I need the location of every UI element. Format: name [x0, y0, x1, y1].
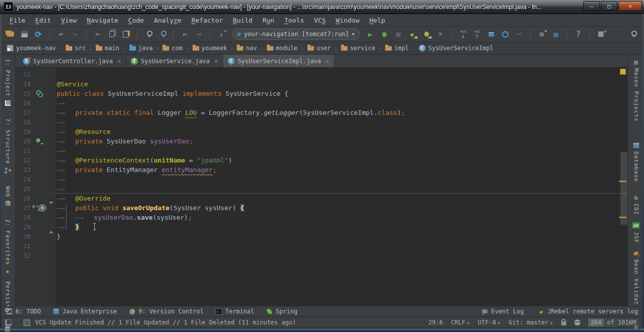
copy-icon[interactable] [105, 28, 118, 40]
vcs-branch-widget[interactable]: Git: master [509, 319, 553, 326]
tab-sysuserserviceimpl-java[interactable]: SysUserServiceImpl.java× [223, 55, 335, 67]
menu-help[interactable]: Help [365, 16, 390, 25]
toolwindow-button-terminal[interactable]: Terminal [216, 308, 254, 315]
rollback-icon[interactable] [513, 28, 526, 40]
vcs-commit-icon[interactable] [471, 28, 484, 40]
toolwindow-button-java-enterprise[interactable]: Java Enterprise [53, 308, 117, 315]
hot-swap-icon[interactable] [595, 28, 607, 40]
breadcrumb-nav[interactable]: nav [235, 45, 258, 52]
debug-icon[interactable] [378, 28, 391, 40]
save-all-icon[interactable] [18, 28, 31, 40]
line-number[interactable]: 13 [16, 71, 31, 78]
gray-flag-icon[interactable] [434, 28, 447, 40]
spring-autowired-icon[interactable] [36, 138, 43, 144]
close-icon[interactable]: × [117, 57, 121, 65]
line-number[interactable]: 22 [16, 157, 31, 164]
settings-icon[interactable] [536, 28, 548, 40]
breadcrumb-user[interactable]: user [306, 45, 333, 52]
breadcrumb-sysuserserviceimpl[interactable]: SysUserServiceImpl [417, 45, 495, 52]
line-number[interactable]: 31 [16, 243, 31, 250]
vcs-update-icon[interactable] [457, 28, 469, 40]
breadcrumb-java[interactable]: java [128, 45, 154, 52]
line-number[interactable]: 26 [16, 195, 31, 202]
stripe-button-ant[interactable]: Ant [632, 324, 639, 332]
line-number[interactable]: 18 [16, 119, 31, 126]
line-number[interactable]: 17 [16, 109, 31, 116]
breadcrumb-module[interactable]: module [265, 45, 299, 52]
warning-stripe-mark[interactable] [619, 181, 626, 182]
jrebel-debug-icon[interactable] [420, 28, 433, 40]
stripe-button-database[interactable]: Database [632, 142, 639, 182]
run-configuration-combo[interactable]: ⚙your-navigation [tomcat7:run]▼ [232, 29, 360, 40]
jrebel-run-icon[interactable] [406, 28, 419, 40]
breadcrumb-youmeek-nav[interactable]: youmeek-nav [5, 45, 57, 52]
menu-vcs[interactable]: VCS [309, 16, 330, 25]
line-number[interactable]: 30 [16, 233, 31, 240]
stripe-button-cdi[interactable]: CDI [632, 194, 639, 215]
fold-marker-icon[interactable] [49, 204, 53, 212]
back-icon[interactable] [179, 28, 191, 40]
caret-position[interactable]: 29:6 [428, 319, 443, 326]
stripe-button-7-structure[interactable]: 7: Structure [4, 118, 11, 174]
menu-view[interactable]: View [57, 16, 81, 25]
forward-icon[interactable] [193, 28, 205, 40]
line-number[interactable]: 14 [16, 81, 31, 88]
toolwindow-button-event-log[interactable]: Event Log [481, 308, 524, 315]
line-number[interactable]: 28 [16, 214, 31, 221]
menu-build[interactable]: Build [228, 16, 257, 25]
editor-scrollbar[interactable] [620, 152, 627, 225]
menu-edit[interactable]: Edit [31, 16, 55, 25]
breadcrumb-service[interactable]: service [340, 45, 377, 52]
coverage-icon[interactable] [392, 28, 405, 40]
menu-file[interactable]: File [5, 16, 30, 25]
memory-indicator[interactable]: 264 of 1016M [588, 318, 639, 326]
line-number[interactable]: 19 [16, 128, 31, 135]
redo-icon[interactable] [69, 28, 81, 40]
maximize-button[interactable]: □ [601, 1, 617, 11]
stripe-button-jsf[interactable]: JSF [632, 222, 639, 243]
fold-marker-icon[interactable] [49, 223, 53, 231]
help-icon[interactable] [572, 28, 585, 40]
stripe-button-maven-projects[interactable]: Maven Projects [632, 59, 639, 122]
close-icon[interactable]: × [214, 57, 218, 65]
jrebel-mark-icon[interactable] [39, 204, 46, 212]
encoding-widget[interactable]: UTF-8 [478, 319, 501, 326]
find-icon[interactable] [142, 28, 154, 40]
minimize-button[interactable]: – [583, 1, 600, 11]
line-number[interactable]: 20 [16, 138, 31, 145]
toolwindow-button-jrebel-remote-servers-log[interactable]: JRebel remote servers log [538, 308, 638, 315]
breadcrumb-impl[interactable]: impl [384, 45, 410, 52]
line-number[interactable]: 25 [16, 186, 31, 193]
stripe-button-1-project[interactable]: 1: Project [4, 59, 11, 106]
spring-bean-icon[interactable] [36, 90, 43, 97]
line-number[interactable]: 16 [16, 100, 31, 107]
run-icon[interactable] [364, 28, 377, 40]
paste-icon[interactable] [119, 28, 132, 40]
undo-icon[interactable] [55, 28, 67, 40]
breadcrumb-youmeek[interactable]: youmeek [191, 45, 229, 52]
tab-sysuserservice-java[interactable]: SysUserService.java× [126, 55, 223, 67]
line-number[interactable]: 21 [16, 147, 31, 154]
menu-code[interactable]: Code [124, 16, 148, 25]
cut-icon[interactable] [91, 28, 104, 40]
tab-sysusercontroller-java[interactable]: SysUserController.java× [19, 55, 126, 67]
binary-format-icon[interactable] [215, 28, 228, 40]
line-number[interactable]: 32 [16, 252, 31, 259]
line-number[interactable]: 23 [16, 167, 31, 174]
menu-window[interactable]: Window [332, 16, 364, 25]
toolwindow-button-9-version-control[interactable]: 9: Version Control [129, 308, 204, 315]
close-button[interactable]: × [618, 1, 642, 11]
toolwindow-toggle-icon[interactable] [5, 319, 12, 326]
toolwindow-button-spring[interactable]: Spring [266, 308, 297, 315]
breadcrumb-src[interactable]: src [64, 45, 87, 52]
readonly-lock-icon[interactable] [561, 321, 566, 325]
line-number[interactable]: 15 [16, 90, 31, 97]
status-message[interactable]: VCS Update Finished // 1 File Updated //… [35, 319, 296, 326]
toolwindow-button-6-todo[interactable]: 6: TODO [6, 308, 41, 315]
close-icon[interactable]: × [326, 57, 330, 65]
implementing-method-icon[interactable] [32, 205, 38, 211]
menu-analyze[interactable]: Analyze [149, 16, 186, 25]
line-number[interactable]: 27 [16, 205, 31, 212]
menu-run[interactable]: Run [258, 16, 278, 25]
line-number[interactable]: 29 [16, 224, 31, 231]
